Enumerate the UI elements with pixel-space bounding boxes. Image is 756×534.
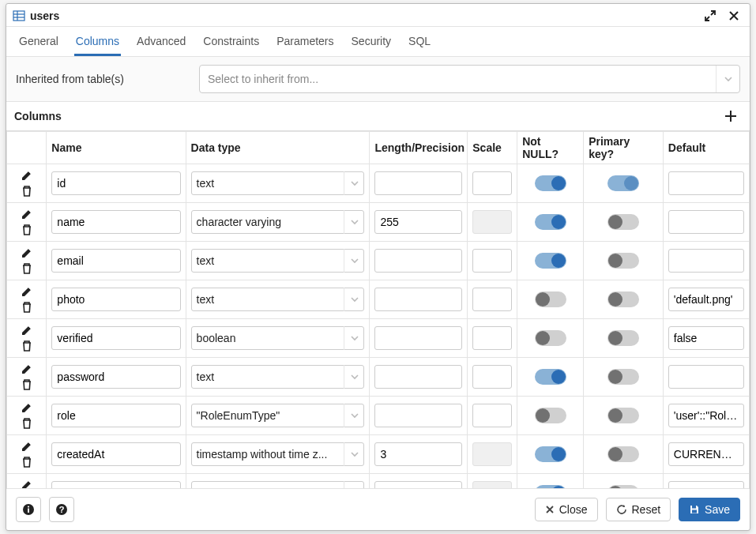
toggle-off[interactable] <box>607 330 639 346</box>
length-input[interactable] <box>374 481 462 488</box>
length-input[interactable] <box>374 171 462 195</box>
delete-icon[interactable] <box>19 338 35 354</box>
column-name-input[interactable] <box>51 288 180 311</box>
toggle-off[interactable] <box>607 485 639 488</box>
tab-general[interactable]: General <box>17 27 60 56</box>
tab-security[interactable]: Security <box>350 27 393 56</box>
table-icon <box>13 9 25 22</box>
length-input[interactable] <box>374 365 462 389</box>
tab-parameters[interactable]: Parameters <box>275 27 335 56</box>
toggle-off[interactable] <box>607 214 639 230</box>
tab-sql[interactable]: SQL <box>407 27 432 56</box>
toggle-on[interactable] <box>535 214 566 230</box>
edit-icon[interactable] <box>19 361 35 377</box>
svg-rect-5 <box>28 509 29 513</box>
column-name-input[interactable] <box>51 249 180 273</box>
datatype-select[interactable]: "RoleEnumType" <box>191 404 365 427</box>
default-input[interactable] <box>668 481 744 488</box>
tab-advanced[interactable]: Advanced <box>135 27 187 56</box>
column-name-input[interactable] <box>51 326 180 350</box>
toggle-on[interactable] <box>535 446 566 462</box>
tab-constraints[interactable]: Constraints <box>201 27 261 56</box>
toggle-off[interactable] <box>607 291 639 307</box>
add-column-button[interactable] <box>720 108 742 124</box>
scale-input[interactable] <box>472 326 512 350</box>
length-input[interactable] <box>374 288 462 311</box>
default-input[interactable] <box>668 288 744 311</box>
datatype-select[interactable]: text <box>191 365 365 389</box>
scale-input[interactable] <box>472 404 512 427</box>
scale-input[interactable] <box>472 249 512 273</box>
column-name-input[interactable] <box>51 481 180 488</box>
scale-input[interactable] <box>472 365 512 389</box>
save-button[interactable]: Save <box>679 498 740 521</box>
datatype-select[interactable]: text <box>191 288 365 311</box>
edit-icon[interactable] <box>19 438 35 454</box>
datatype-value: text <box>191 365 365 389</box>
default-input[interactable] <box>668 365 744 389</box>
default-input[interactable] <box>668 171 744 195</box>
datatype-select[interactable]: text <box>191 171 365 195</box>
svg-rect-0 <box>13 11 24 21</box>
column-name-input[interactable] <box>51 171 180 195</box>
toggle-off[interactable] <box>535 291 566 307</box>
edit-icon[interactable] <box>19 477 35 488</box>
column-name-input[interactable] <box>51 210 180 234</box>
default-input[interactable] <box>668 249 744 273</box>
datatype-select[interactable]: character varying <box>191 210 365 234</box>
length-input[interactable] <box>374 249 462 273</box>
length-input[interactable] <box>374 442 462 466</box>
delete-icon[interactable] <box>19 261 35 276</box>
datatype-select[interactable]: boolean <box>191 326 365 350</box>
toggle-off[interactable] <box>607 408 639 423</box>
info-button[interactable] <box>16 497 41 522</box>
scale-input[interactable] <box>472 171 512 195</box>
toggle-on[interactable] <box>535 253 566 269</box>
scale-input[interactable] <box>472 288 512 311</box>
toggle-on[interactable] <box>535 485 566 488</box>
length-input[interactable] <box>374 326 462 350</box>
header-row: Name Data type Length/Precision Scale No… <box>7 132 750 164</box>
edit-icon[interactable] <box>19 400 35 416</box>
maximize-icon[interactable] <box>701 7 720 24</box>
toggle-on[interactable] <box>535 369 566 385</box>
toggle-off[interactable] <box>607 253 639 269</box>
close-button[interactable]: Close <box>535 498 598 521</box>
delete-icon[interactable] <box>19 416 35 431</box>
header-default: Default <box>663 132 749 164</box>
delete-icon[interactable] <box>19 183 35 199</box>
toggle-on[interactable] <box>607 175 639 191</box>
default-input[interactable] <box>668 404 744 427</box>
datatype-select[interactable]: timestamp without time z... <box>191 481 365 488</box>
datatype-select[interactable]: text <box>191 249 365 273</box>
reset-button[interactable]: Reset <box>606 498 671 521</box>
toggle-off[interactable] <box>535 330 566 346</box>
default-input[interactable] <box>668 210 744 234</box>
toggle-off[interactable] <box>535 408 566 423</box>
default-input[interactable] <box>668 442 744 466</box>
close-icon[interactable] <box>724 7 743 24</box>
tab-columns[interactable]: Columns <box>74 27 121 56</box>
delete-icon[interactable] <box>19 377 35 393</box>
delete-icon[interactable] <box>19 299 35 315</box>
edit-icon[interactable] <box>19 284 35 299</box>
edit-icon[interactable] <box>19 206 35 222</box>
datatype-select[interactable]: timestamp without time z... <box>191 442 365 466</box>
toggle-off[interactable] <box>607 369 639 385</box>
edit-icon[interactable] <box>19 322 35 338</box>
delete-icon[interactable] <box>19 454 35 470</box>
edit-icon[interactable] <box>19 245 35 261</box>
edit-icon[interactable] <box>19 167 35 183</box>
datatype-value: text <box>191 249 365 273</box>
toggle-on[interactable] <box>535 175 566 191</box>
column-name-input[interactable] <box>51 442 180 466</box>
toggle-off[interactable] <box>607 446 639 462</box>
default-input[interactable] <box>668 326 744 350</box>
inherited-select[interactable]: Select to inherit from... <box>199 65 740 93</box>
column-name-input[interactable] <box>51 404 180 427</box>
length-input[interactable] <box>374 210 462 234</box>
length-input[interactable] <box>374 404 462 427</box>
column-name-input[interactable] <box>51 365 180 389</box>
delete-icon[interactable] <box>19 222 35 238</box>
help-button[interactable]: ? <box>49 497 74 522</box>
